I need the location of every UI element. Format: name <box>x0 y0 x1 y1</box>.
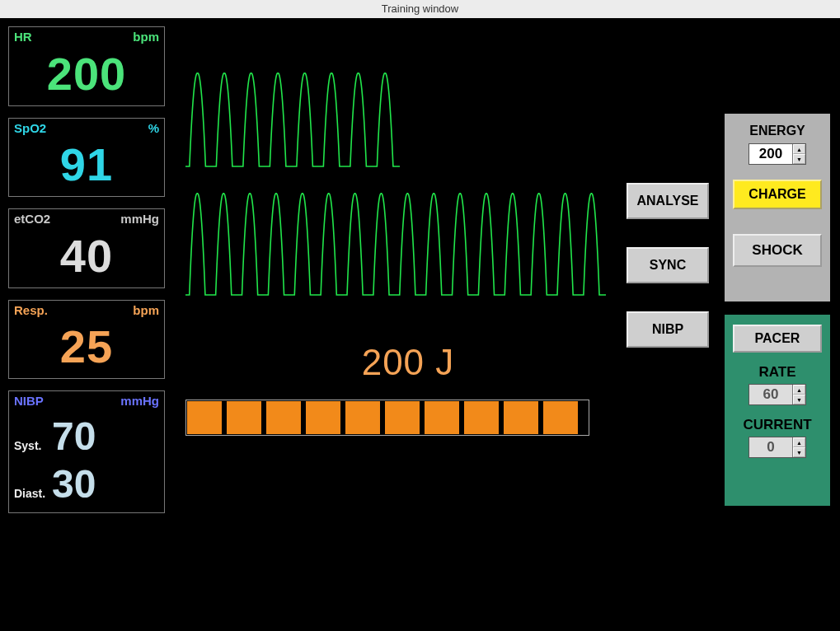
rate-spinner[interactable]: ▲ ▼ <box>748 384 806 405</box>
syst-value: 70 <box>52 417 96 456</box>
progress-segment <box>543 401 578 434</box>
pacer-button[interactable]: PACER <box>733 325 822 353</box>
hr-label: HR <box>14 30 32 44</box>
etco2-unit: mmHg <box>120 213 159 227</box>
rate-input[interactable] <box>749 385 792 404</box>
nibp-unit: mmHg <box>120 395 159 409</box>
pacer-panel: PACER RATE ▲ ▼ CURRENT ▲ ▼ <box>725 315 830 506</box>
progress-segment <box>464 401 499 434</box>
vital-nibp: NIBP mmHg Syst. 70 Diast. 30 <box>8 390 165 513</box>
energy-down-icon[interactable]: ▼ <box>793 154 805 164</box>
progress-segment <box>306 401 340 434</box>
resp-value: 25 <box>14 324 159 370</box>
progress-segment <box>227 401 261 434</box>
spo2-label: SpO2 <box>14 122 46 136</box>
etco2-label: etCO2 <box>14 213 50 227</box>
vital-resp: Resp. bpm 25 <box>8 300 165 380</box>
sync-button[interactable]: SYNC <box>626 247 709 283</box>
current-spinner[interactable]: ▲ ▼ <box>748 437 806 458</box>
analyse-button[interactable]: ANALYSE <box>626 183 709 219</box>
rate-up-icon[interactable]: ▲ <box>793 385 805 395</box>
progress-segment <box>266 401 301 434</box>
nibp-label: NIBP <box>14 395 44 409</box>
vitals-column: HR bpm 200 SpO2 % 91 etCO2 mmHg 40 Resp.… <box>8 26 165 525</box>
progress-segment <box>504 401 538 434</box>
syst-label: Syst. <box>14 439 52 452</box>
vital-hr: HR bpm 200 <box>8 26 165 106</box>
energy-input[interactable] <box>749 144 792 164</box>
progress-segment <box>187 401 222 434</box>
resp-label: Resp. <box>14 304 48 318</box>
current-up-icon[interactable]: ▲ <box>793 437 805 447</box>
charge-button[interactable]: CHARGE <box>733 180 822 209</box>
hr-value: 200 <box>14 51 159 97</box>
nibp-button[interactable]: NIBP <box>626 311 709 348</box>
energy-display: 200 J <box>185 342 631 383</box>
spo2-value: 91 <box>14 142 159 188</box>
current-label: CURRENT <box>733 417 822 433</box>
shock-button[interactable]: SHOCK <box>733 234 822 267</box>
app-root: HR bpm 200 SpO2 % 91 etCO2 mmHg 40 Resp.… <box>0 18 840 631</box>
energy-up-icon[interactable]: ▲ <box>793 144 805 154</box>
charge-progress <box>185 400 589 436</box>
vital-spo2: SpO2 % 91 <box>8 118 165 198</box>
spo2-unit: % <box>148 122 159 136</box>
diast-label: Diast. <box>14 487 52 500</box>
energy-label: ENERGY <box>733 124 822 138</box>
etco2-value: 40 <box>14 233 159 279</box>
ecg-waveform-1 <box>185 63 416 179</box>
window-title: Training window <box>0 0 840 18</box>
progress-segment <box>385 401 420 434</box>
energy-spinner[interactable]: ▲ ▼ <box>748 143 806 165</box>
rate-down-icon[interactable]: ▼ <box>793 395 805 404</box>
current-input[interactable] <box>749 437 792 457</box>
resp-unit: bpm <box>133 304 159 318</box>
center-area: 200 J <box>185 63 631 436</box>
middle-button-column: ANALYSE SYNC NIBP <box>626 183 709 376</box>
ecg-waveform-2 <box>185 184 614 307</box>
diast-value: 30 <box>52 465 96 504</box>
hr-unit: bpm <box>133 30 159 44</box>
current-down-icon[interactable]: ▼ <box>793 447 805 457</box>
vital-etco2: etCO2 mmHg 40 <box>8 208 165 288</box>
progress-segment <box>345 401 380 434</box>
rate-label: RATE <box>733 364 822 381</box>
defib-panel: ENERGY ▲ ▼ CHARGE SHOCK <box>725 114 830 301</box>
progress-segment <box>425 401 459 434</box>
